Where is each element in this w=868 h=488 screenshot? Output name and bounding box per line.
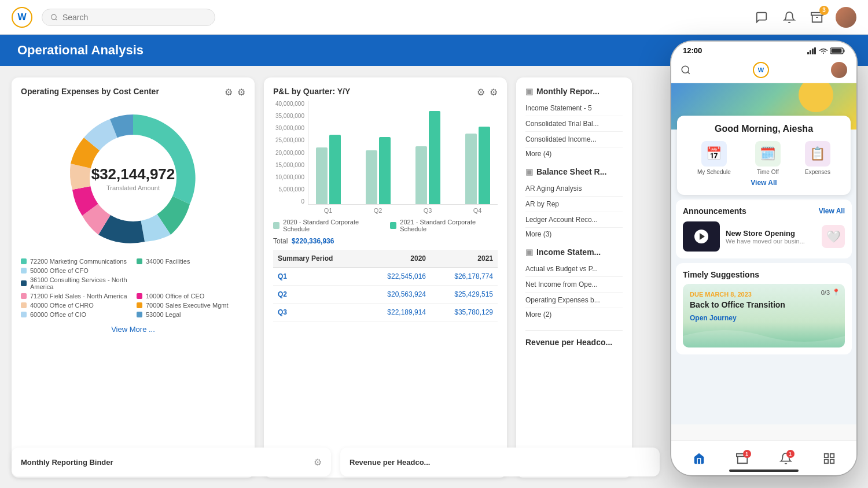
bottom-card-monthly: Monthly Reporting Binder ⚙: [12, 448, 331, 476]
mobile-search-icon[interactable]: [681, 65, 691, 75]
table-row: Q3 $22,189,914 $35,780,129: [273, 304, 498, 321]
nav-inbox[interactable]: 1: [736, 452, 749, 465]
mobile-logo-letter: W: [758, 66, 764, 73]
settings-icon[interactable]: ⚙: [490, 87, 498, 98]
report-item[interactable]: AR by Rep: [525, 197, 623, 212]
legend-color: [137, 293, 142, 299]
view-all-announcements[interactable]: View All: [819, 207, 845, 215]
report-item[interactable]: Income Statement - 5: [525, 101, 623, 116]
bottom-card-monthly-title: Monthly Reporting Binder: [21, 458, 113, 467]
quick-action-expenses[interactable]: 📋 Expenses: [805, 141, 830, 175]
legend-color: [137, 302, 142, 308]
bar-2021-q2[interactable]: [379, 137, 391, 204]
nav-grid[interactable]: [823, 452, 836, 465]
workday-logo[interactable]: W: [12, 7, 32, 28]
value-2020-q3: $22,189,914: [363, 304, 431, 321]
svg-point-11: [682, 66, 689, 73]
search-input[interactable]: [62, 13, 207, 22]
donut-label: Translated Amount: [91, 184, 175, 191]
greeting-text: Good Morning, Aiesha: [685, 124, 843, 134]
announcement-emoji: 🤍: [822, 225, 845, 248]
legend-item: 71200 Field Sales - North America: [21, 293, 130, 300]
bar-2020-q3[interactable]: [415, 146, 427, 204]
timely-task-title: Back to Office Transition: [690, 300, 838, 309]
legend-color: [137, 268, 142, 273]
donut-amount: $32,144,972: [91, 165, 175, 183]
bar-2020-q1[interactable]: [316, 147, 328, 204]
quick-action-schedule[interactable]: 📅 My Schedule: [697, 141, 731, 175]
announcement-title: New Store Opening: [726, 229, 816, 238]
bell-nav-badge: 1: [786, 450, 795, 458]
timeoff-icon: 🗓️: [755, 141, 781, 167]
report-item[interactable]: Consolidated Trial Bal...: [525, 116, 623, 132]
quick-action-timeoff[interactable]: 🗓️ Time Off: [755, 141, 781, 175]
legend-color: [21, 280, 27, 286]
view-all-link[interactable]: View All: [685, 175, 843, 187]
total-row: Total $220,336,936: [273, 237, 498, 245]
opex-card: Operating Expenses by Cost Center ⚙ ⚙: [12, 77, 255, 478]
report-item[interactable]: Net Income from Ope...: [525, 277, 623, 293]
chat-icon-btn[interactable]: [752, 8, 771, 27]
legend-label: 71200 Field Sales - North America: [30, 293, 127, 300]
more-link[interactable]: More (2): [525, 308, 623, 321]
period-q1[interactable]: Q1: [273, 268, 363, 286]
value-2021-q3: $35,780,129: [431, 304, 498, 321]
report-item[interactable]: Operating Expenses b...: [525, 293, 623, 308]
svg-rect-13: [824, 453, 827, 457]
mobile-workday-logo: W: [753, 62, 769, 78]
report-item[interactable]: Actual vs Budget vs P...: [525, 261, 623, 277]
timely-open-link[interactable]: Open Journey: [690, 314, 838, 322]
inbox-nav-badge: 1: [743, 450, 751, 458]
legend-color: [21, 312, 27, 317]
legend: 72200 Marketing Communications 34000 Fac…: [21, 258, 245, 318]
timeoff-label: Time Off: [757, 169, 779, 175]
settings-icon[interactable]: ⚙: [237, 87, 245, 98]
bar-2020-q4[interactable]: [465, 134, 477, 204]
period-q3[interactable]: Q3: [273, 304, 363, 321]
pnl-card-icons: ⚙ ⚙: [477, 87, 498, 98]
schedule-icon: 📅: [701, 141, 727, 167]
bell-icon-btn[interactable]: [780, 8, 799, 27]
mobile-status-bar: 12:00: [671, 42, 856, 57]
announcement-item: New Store Opening We have moved our busi…: [683, 221, 845, 252]
battery-icon: [830, 47, 845, 54]
filter-icon[interactable]: ⚙: [477, 87, 485, 98]
inbox-icon-btn[interactable]: 3: [808, 8, 826, 27]
table-row: Q1 $22,545,016 $26,178,774: [273, 268, 498, 286]
search-bar[interactable]: [42, 9, 215, 26]
report-item[interactable]: Ledger Account Reco...: [525, 212, 623, 228]
value-2020-q1: $22,545,016: [363, 268, 431, 286]
svg-rect-15: [824, 459, 827, 463]
monthly-section: ▣ Monthly Repor... Income Statement - 5 …: [525, 87, 623, 160]
more-link[interactable]: More (4): [525, 147, 623, 160]
opex-card-title: Operating Expenses by Cost Center: [21, 87, 245, 96]
bar-2021-q1[interactable]: [329, 135, 341, 204]
chart-legend: 2020 - Standard Corporate Schedule 2021 …: [273, 219, 498, 232]
timely-title: Timely Suggestions: [683, 270, 845, 279]
more-link[interactable]: More (3): [525, 228, 623, 241]
bar-2020-q2[interactable]: [366, 150, 377, 204]
nav-bell[interactable]: 1: [779, 452, 792, 465]
mobile-user-avatar[interactable]: [831, 62, 847, 78]
bottom-card-settings-icon[interactable]: ⚙: [314, 457, 322, 468]
filter-icon[interactable]: ⚙: [225, 87, 233, 98]
nav-home[interactable]: [693, 452, 705, 465]
legend-color: [21, 258, 27, 264]
legend-label: 36100 Consulting Services - North Americ…: [30, 276, 130, 290]
timely-suggestion: 0/3 📍 DUE MARCH 8, 2023 Back to Office T…: [683, 284, 845, 347]
period-q2[interactable]: Q2: [273, 286, 363, 304]
x-label-q2: Q2: [358, 207, 398, 214]
value-2020-q2: $20,563,924: [363, 286, 431, 304]
announcements-card: Announcements View All New Store Opening…: [676, 199, 852, 258]
view-more-link[interactable]: View More ...: [21, 325, 245, 334]
bar-2021-q4[interactable]: [479, 127, 490, 204]
bar-2021-q3[interactable]: [429, 111, 440, 204]
play-button[interactable]: [694, 230, 708, 243]
legend-color-2020: [273, 222, 279, 229]
report-item[interactable]: AR Aging Analysis: [525, 181, 623, 197]
timely-card: Timely Suggestions 0/3 📍 DUE MARCH 8, 20…: [676, 263, 852, 354]
col-header-2020: 2020: [363, 250, 431, 268]
report-item[interactable]: Consolidated Income...: [525, 132, 623, 147]
schedule-label: My Schedule: [697, 169, 731, 175]
user-avatar[interactable]: [836, 7, 856, 28]
